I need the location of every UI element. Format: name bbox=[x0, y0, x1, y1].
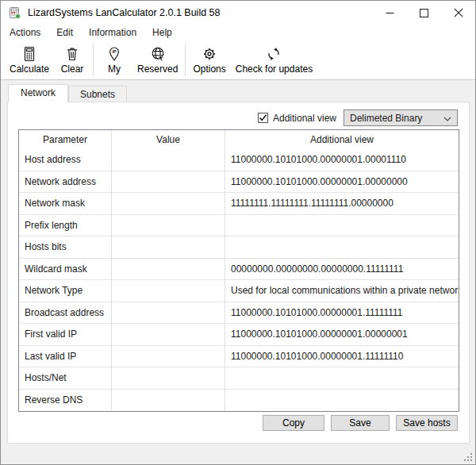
parameter-cell: Last valid IP bbox=[19, 346, 111, 367]
trash-icon bbox=[64, 45, 80, 63]
additional-cell bbox=[225, 367, 459, 389]
minimize-icon bbox=[386, 9, 394, 17]
value-cell bbox=[111, 215, 225, 236]
reserved-label: Reserved bbox=[137, 63, 178, 75]
close-icon bbox=[454, 8, 463, 17]
value-cell bbox=[111, 236, 225, 258]
table-header-row: Parameter Value Additional view bbox=[19, 130, 459, 149]
additional-cell: 11000000.10101000.00000001.11111111 bbox=[225, 302, 459, 324]
additional-cell: 11111111.11111111.11111111.00000000 bbox=[225, 193, 459, 214]
tab-page-network: Additional view Delimeted Binary Paramet… bbox=[7, 102, 470, 444]
table-row[interactable]: Prefix length bbox=[19, 215, 459, 237]
options-label: Options bbox=[193, 63, 225, 75]
additional-cell: 11000000.10101000.00000001.11111110 bbox=[225, 346, 459, 367]
menu-information[interactable]: Information bbox=[81, 25, 144, 40]
calculator-icon bbox=[21, 45, 37, 63]
value-cell bbox=[111, 367, 225, 389]
chevron-down-icon bbox=[443, 117, 451, 121]
parameter-cell: Network mask bbox=[19, 193, 111, 214]
additional-cell: 00000000.00000000.00000000.11111111 bbox=[225, 259, 459, 280]
value-cell bbox=[111, 193, 225, 214]
additional-cell bbox=[225, 215, 459, 236]
table-row[interactable]: Wildcard mask 00000000.00000000.00000000… bbox=[19, 259, 459, 281]
table-row[interactable]: First valid IP 11000000.10101000.0000000… bbox=[19, 324, 459, 346]
minimize-button[interactable] bbox=[373, 1, 407, 25]
calculate-button[interactable]: Calculate bbox=[5, 40, 54, 79]
my-ip-button[interactable]: IP My bbox=[96, 40, 132, 79]
window-title: LizardSystems LanCalculator 2.0.1 Build … bbox=[28, 7, 221, 18]
header-value: Value bbox=[111, 130, 225, 149]
globe-cursor-icon bbox=[150, 45, 166, 63]
app-logo-icon bbox=[8, 6, 21, 19]
view-mode-value: Delimeted Binary bbox=[350, 113, 422, 124]
check-updates-label: Check for updates bbox=[236, 63, 313, 75]
value-cell bbox=[111, 390, 225, 412]
table-row[interactable]: Broadcast address 11000000.10101000.0000… bbox=[19, 302, 459, 325]
footer-buttons: Copy Save Save hosts bbox=[263, 415, 458, 431]
tab-subnets[interactable]: Subnets bbox=[68, 86, 127, 102]
parameter-cell: Hosts/Net bbox=[19, 367, 111, 389]
additional-cell bbox=[225, 236, 459, 258]
reserved-button[interactable]: Reserved bbox=[132, 40, 182, 79]
parameter-cell: Hosts bits bbox=[19, 236, 111, 258]
menu-help[interactable]: Help bbox=[144, 25, 180, 40]
toolbar-separator bbox=[93, 44, 94, 76]
map-pin-ip-icon: IP bbox=[106, 45, 122, 63]
parameter-cell: Prefix length bbox=[19, 215, 111, 236]
table-row[interactable]: Reverse DNS bbox=[19, 390, 459, 412]
table-row[interactable]: Network Type Used for local communicatio… bbox=[19, 280, 459, 302]
app-window: LizardSystems LanCalculator 2.0.1 Build … bbox=[0, 0, 476, 465]
value-cell bbox=[111, 346, 225, 367]
view-mode-dropdown[interactable]: Delimeted Binary bbox=[344, 110, 458, 126]
value-cell bbox=[111, 280, 225, 302]
menu-edit[interactable]: Edit bbox=[48, 25, 81, 40]
table-row[interactable]: Last valid IP 11000000.10101000.00000001… bbox=[19, 346, 459, 368]
toolbar-separator bbox=[185, 44, 186, 76]
menu-bar: Actions Edit Information Help bbox=[1, 25, 475, 40]
close-button[interactable] bbox=[441, 1, 475, 25]
parameter-cell: First valid IP bbox=[19, 324, 111, 345]
tab-subnets-label: Subnets bbox=[80, 89, 115, 100]
window-controls bbox=[373, 1, 475, 25]
value-cell bbox=[111, 302, 225, 324]
clear-label: Clear bbox=[61, 63, 84, 75]
additional-view-label: Additional view bbox=[273, 113, 336, 124]
check-updates-button[interactable]: Check for updates bbox=[231, 40, 317, 79]
save-button[interactable]: Save bbox=[331, 415, 390, 431]
value-cell bbox=[111, 259, 225, 280]
clear-button[interactable]: Clear bbox=[54, 40, 90, 79]
parameter-cell: Network Type bbox=[19, 280, 111, 302]
parameter-cell: Wildcard mask bbox=[19, 259, 111, 280]
parameter-cell: Reverse DNS bbox=[19, 390, 111, 412]
header-additional-view: Additional view bbox=[225, 130, 459, 149]
table-row[interactable]: Host address 11000000.10101000.00000001.… bbox=[19, 149, 459, 171]
options-button[interactable]: Options bbox=[188, 40, 230, 79]
tab-strip: Network Subnets bbox=[8, 84, 127, 102]
save-hosts-button[interactable]: Save hosts bbox=[396, 415, 458, 431]
resize-grip[interactable] bbox=[463, 452, 473, 462]
table-row[interactable]: Network address 11000000.10101000.000000… bbox=[19, 171, 459, 194]
header-parameter: Parameter bbox=[19, 130, 111, 149]
table-row[interactable]: Network mask 11111111.11111111.11111111.… bbox=[19, 193, 459, 215]
title-bar[interactable]: LizardSystems LanCalculator 2.0.1 Build … bbox=[1, 1, 475, 25]
value-cell bbox=[111, 171, 225, 193]
maximize-icon bbox=[420, 9, 428, 17]
menu-actions[interactable]: Actions bbox=[2, 25, 48, 40]
parameter-cell: Host address bbox=[19, 149, 111, 171]
svg-text:IP: IP bbox=[112, 49, 116, 54]
view-controls: Additional view Delimeted Binary bbox=[258, 110, 458, 126]
additional-view-checkbox[interactable] bbox=[258, 113, 268, 123]
additional-cell bbox=[225, 390, 459, 412]
additional-cell: 11000000.10101000.00000001.00001110 bbox=[225, 149, 459, 171]
toolbar: Calculate Clear IP M bbox=[1, 40, 475, 80]
my-ip-label: My bbox=[108, 63, 121, 75]
checkmark-icon bbox=[259, 113, 267, 122]
tab-network[interactable]: Network bbox=[8, 84, 68, 102]
additional-cell: 11000000.10101000.00000001.00000001 bbox=[225, 324, 459, 345]
table-row[interactable]: Hosts/Net bbox=[19, 367, 459, 390]
maximize-button[interactable] bbox=[407, 1, 441, 25]
tab-network-label: Network bbox=[21, 87, 56, 98]
parameter-cell: Broadcast address bbox=[19, 302, 111, 324]
copy-button[interactable]: Copy bbox=[263, 415, 324, 431]
table-row[interactable]: Hosts bits bbox=[19, 236, 459, 259]
